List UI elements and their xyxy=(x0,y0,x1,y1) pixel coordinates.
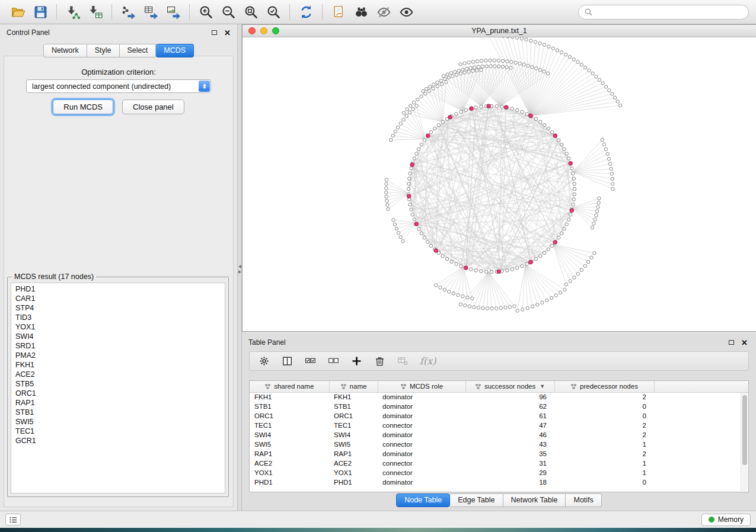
result-node-item[interactable]: FKH1 xyxy=(11,360,225,370)
result-node-item[interactable]: ACE2 xyxy=(11,370,225,379)
table-row[interactable]: SWI4SWI4dominator462 xyxy=(250,430,748,440)
tab-motifs[interactable]: Motifs xyxy=(566,493,601,507)
delete-rows-button[interactable] xyxy=(372,354,387,368)
copy-network-button[interactable] xyxy=(328,2,349,21)
close-panel-button[interactable]: Close panel xyxy=(122,100,184,114)
network-window-titlebar[interactable]: YPA_prune.txt_1 xyxy=(243,25,756,37)
search-field[interactable] xyxy=(578,5,749,20)
result-node-item[interactable]: TEC1 xyxy=(11,427,225,436)
column-header-shared-name[interactable]: shared name xyxy=(250,381,329,392)
tab-mcds[interactable]: MCDS xyxy=(156,44,194,57)
float-panel-icon[interactable] xyxy=(212,30,217,35)
refresh-button[interactable] xyxy=(295,2,317,21)
search-icon xyxy=(584,8,593,17)
table-scrollbar-thumb[interactable] xyxy=(742,395,747,465)
run-mcds-button[interactable]: Run MCDS xyxy=(53,100,113,114)
zoom-out-button[interactable] xyxy=(218,2,239,21)
memory-button[interactable]: Memory xyxy=(701,514,751,526)
hide-unselected-button[interactable] xyxy=(373,2,394,21)
result-node-item[interactable]: SRD1 xyxy=(11,341,225,351)
table-row[interactable]: PHD1PHD1dominator180 xyxy=(250,477,748,487)
settings-button[interactable] xyxy=(257,354,271,368)
show-all-button[interactable] xyxy=(395,2,417,21)
clear-table-button[interactable] xyxy=(395,354,410,368)
window-minimize-icon[interactable] xyxy=(260,27,267,34)
column-header-filler xyxy=(654,381,748,392)
table-scrollbar[interactable] xyxy=(741,393,748,491)
hide-unselected-icon xyxy=(377,5,391,20)
status-menu-button[interactable] xyxy=(5,514,21,525)
column-header-predecessor-nodes[interactable]: predecessor nodes xyxy=(554,381,654,392)
import-network-button[interactable] xyxy=(62,2,84,21)
toolbar-separator xyxy=(322,4,323,20)
add-row-button[interactable] xyxy=(349,354,363,368)
node-table: shared namenameMCDS rolesuccessor nodes▼… xyxy=(250,381,748,487)
export-table-icon xyxy=(143,5,158,20)
tab-node-table[interactable]: Node Table xyxy=(396,493,450,507)
toolbar-separator xyxy=(289,4,290,20)
tab-select[interactable]: Select xyxy=(120,44,157,57)
optimization-criterion-dropdown[interactable]: largest connected component (undirected) xyxy=(26,79,211,93)
result-node-item[interactable]: STB1 xyxy=(11,408,225,417)
table-row[interactable]: FKH1FKH1dominator962 xyxy=(250,392,748,402)
function-builder-label[interactable]: f(x) xyxy=(420,355,436,367)
import-table-button[interactable] xyxy=(85,2,106,21)
network-canvas[interactable] xyxy=(243,37,756,331)
export-table-button[interactable] xyxy=(140,2,161,21)
result-node-item[interactable]: RAP1 xyxy=(11,398,225,408)
toolbar-icons xyxy=(7,2,417,21)
network-graph[interactable] xyxy=(243,37,755,331)
zoom-in-button[interactable] xyxy=(195,2,216,21)
table-row[interactable]: SWI5SWI5connector431 xyxy=(250,440,748,449)
close-table-panel-icon[interactable]: ✕ xyxy=(741,339,748,347)
float-table-panel-icon[interactable] xyxy=(729,340,734,345)
result-node-item[interactable]: GCR1 xyxy=(11,436,225,446)
table-row[interactable]: ORC1ORC1dominator610 xyxy=(250,411,748,421)
result-node-item[interactable]: STP4 xyxy=(11,303,225,313)
optimization-criterion-label: Optimization criterion: xyxy=(0,68,237,76)
table-row[interactable]: YOX1YOX1connector291 xyxy=(250,468,748,477)
result-node-item[interactable]: ORC1 xyxy=(11,389,225,398)
table-row[interactable]: TEC1TEC1connector472 xyxy=(250,421,748,430)
open-file-icon xyxy=(11,5,25,20)
table-row[interactable]: STB1STB1dominator620 xyxy=(250,402,748,411)
result-node-item[interactable]: YOX1 xyxy=(11,322,225,332)
result-node-item[interactable]: CAR1 xyxy=(11,294,225,303)
table-row[interactable]: RAP1RAP1dominator352 xyxy=(250,449,748,459)
zoom-fit-button[interactable] xyxy=(240,2,261,21)
zoom-selected-button[interactable] xyxy=(263,2,284,21)
save-session-button[interactable] xyxy=(30,2,51,21)
panel-splitter[interactable] xyxy=(237,24,242,511)
deselect-all-rows-button[interactable] xyxy=(326,354,340,368)
open-file-button[interactable] xyxy=(7,2,28,21)
tab-network-table[interactable]: Network Table xyxy=(503,493,566,507)
export-network-button[interactable] xyxy=(117,2,139,21)
splitter-collapse-icons[interactable] xyxy=(238,265,241,274)
zoom-fit-icon xyxy=(244,5,259,20)
table-toolbar: f(x) xyxy=(249,351,749,371)
tab-network[interactable]: Network xyxy=(43,44,87,57)
result-node-item[interactable]: SWI5 xyxy=(11,417,225,427)
select-all-rows-button[interactable] xyxy=(303,354,317,368)
search-input[interactable] xyxy=(596,7,743,17)
table-row[interactable]: ACE2ACE2connector311 xyxy=(250,459,748,468)
result-node-item[interactable]: SWI4 xyxy=(11,332,225,341)
close-panel-icon[interactable]: ✕ xyxy=(224,29,231,37)
tab-edge-table[interactable]: Edge Table xyxy=(450,493,503,507)
export-image-button[interactable] xyxy=(162,2,184,21)
dropdown-stepper-icon[interactable] xyxy=(199,81,210,92)
result-node-item[interactable]: PMA2 xyxy=(11,351,225,360)
result-node-item[interactable]: STB5 xyxy=(11,379,225,389)
column-header-MCDS-role[interactable]: MCDS role xyxy=(378,381,465,392)
mcds-result-list[interactable]: PHD1CAR1STP4TID3YOX1SWI4SRD1PMA2FKH1ACE2… xyxy=(11,283,225,493)
window-zoom-icon[interactable] xyxy=(272,27,279,34)
tab-style[interactable]: Style xyxy=(87,44,120,57)
column-header-name[interactable]: name xyxy=(329,381,378,392)
result-node-item[interactable]: PHD1 xyxy=(11,284,225,294)
result-node-item[interactable]: TID3 xyxy=(11,313,225,322)
find-button[interactable] xyxy=(350,2,372,21)
dropdown-value: largest connected component (undirected) xyxy=(32,82,171,91)
window-close-icon[interactable] xyxy=(248,27,256,34)
columns-button[interactable] xyxy=(280,354,294,368)
column-header-successor-nodes[interactable]: successor nodes▼ xyxy=(465,381,554,392)
